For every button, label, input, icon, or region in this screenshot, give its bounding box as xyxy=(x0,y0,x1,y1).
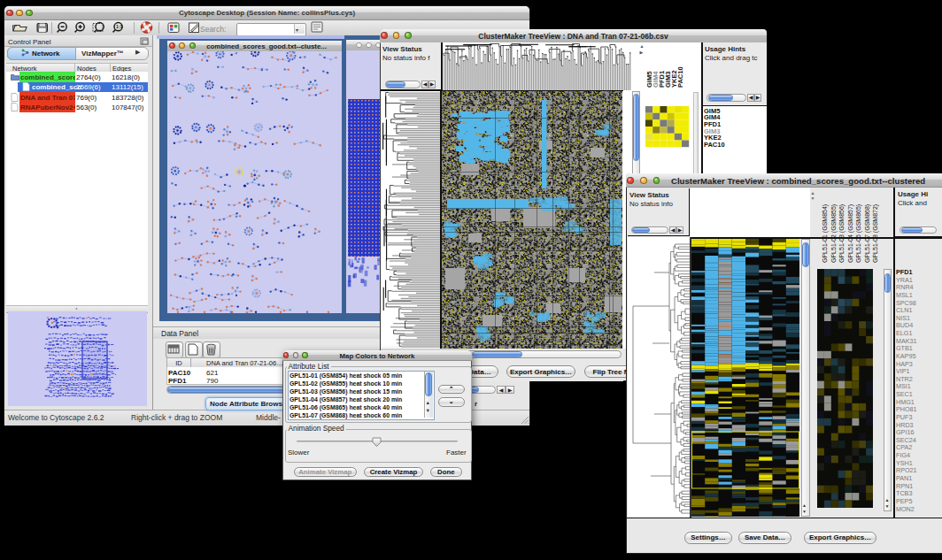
svg-text:1:1: 1:1 xyxy=(116,24,122,29)
